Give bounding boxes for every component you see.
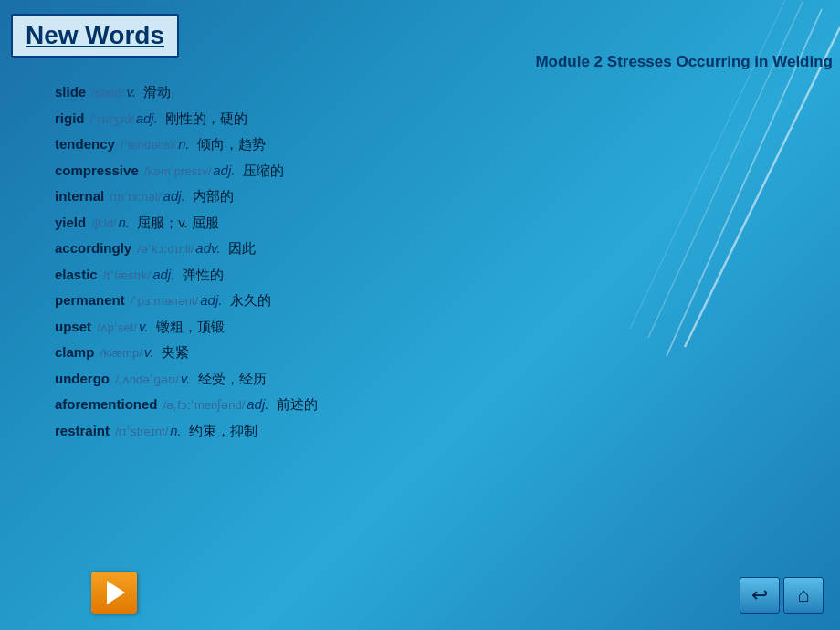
word-phonetic: /ɪnˈtɜːnəl/: [110, 190, 161, 204]
word-entry: rigid /ˈrɪdʒɪd/adj. 刚性的，硬的: [55, 109, 803, 130]
word-entry: permanent /ˈpɜːmənənt/adj. 永久的: [55, 290, 803, 311]
word-entry: restraint /rɪˈstreɪnt/n. 约束，抑制: [55, 421, 803, 442]
word-pos: adj.: [152, 267, 174, 282]
word-phonetic: /jiːld/: [91, 216, 116, 230]
word-entry: slide /slaɪd/v. 滑动: [55, 82, 803, 103]
word-chinese: 屈服；v. 屈服: [137, 215, 219, 230]
word-english: rigid: [55, 110, 85, 126]
word-entry: upset /ʌpˈset/v. 镦粗，顶锻: [55, 317, 803, 338]
word-phonetic: /ʌpˈset/: [97, 320, 137, 334]
word-phonetic: /əˈkɔːdɪŋli/: [137, 242, 194, 256]
word-english: clamp: [55, 344, 94, 360]
word-chinese: 倾向，趋势: [197, 136, 266, 152]
word-phonetic: /kəmˈpresɪv/: [144, 164, 211, 178]
word-english: slide: [55, 84, 86, 100]
word-pos: n.: [118, 215, 130, 230]
word-english: restraint: [55, 423, 110, 438]
word-pos: n.: [170, 423, 182, 438]
word-chinese: 压缩的: [243, 163, 284, 178]
word-pos: v.: [144, 344, 154, 360]
word-chinese: 经受，经历: [198, 371, 267, 386]
word-pos: v.: [181, 371, 191, 386]
word-english: tendency: [55, 136, 115, 152]
word-pos: adj.: [213, 163, 235, 178]
word-english: upset: [55, 319, 91, 334]
word-pos: adv.: [195, 240, 220, 256]
word-chinese: 弹性的: [183, 267, 224, 282]
word-pos: v.: [139, 319, 149, 334]
word-pos: adj.: [200, 292, 222, 308]
word-english: permanent: [55, 292, 125, 308]
word-chinese: 前述的: [277, 396, 318, 412]
word-phonetic: /əˌfɔːˈmenʃənd/: [163, 398, 246, 412]
nav-buttons-right: ↩ ⌂: [740, 577, 824, 614]
new-words-title: New Words: [26, 21, 164, 49]
word-entry: aforementioned /əˌfɔːˈmenʃənd/adj. 前述的: [55, 394, 803, 415]
word-english: internal: [55, 188, 104, 204]
back-button[interactable]: ↩: [740, 577, 780, 614]
play-button-container: [91, 572, 137, 614]
word-entry: undergo /ˌʌndəˈɡəʊ/v. 经受，经历: [55, 369, 803, 390]
word-chinese: 内部的: [193, 188, 234, 204]
word-entry: internal /ɪnˈtɜːnəl/adj. 内部的: [55, 186, 803, 207]
word-list: slide /slaɪd/v. 滑动rigid /ˈrɪdʒɪd/adj. 刚性…: [55, 82, 803, 446]
word-phonetic: /klæmp/: [100, 346, 142, 360]
new-words-box: New Words: [11, 14, 179, 58]
word-chinese: 滑动: [143, 84, 171, 100]
word-chinese: 因此: [228, 240, 256, 256]
word-phonetic: /rɪˈstreɪnt/: [115, 425, 168, 438]
word-english: undergo: [55, 371, 110, 386]
word-entry: clamp /klæmp/v. 夹紧: [55, 342, 803, 363]
word-pos: adj.: [247, 396, 268, 412]
word-phonetic: /ɪˈlæstɪk/: [103, 268, 151, 282]
play-icon: [107, 581, 125, 604]
word-english: compressive: [55, 163, 139, 178]
word-pos: adj.: [136, 110, 158, 126]
word-phonetic: /ˈrɪdʒɪd/: [90, 112, 134, 126]
word-pos: n.: [178, 136, 190, 152]
word-entry: tendency /ˈtendənsi/n. 倾向，趋势: [55, 134, 803, 155]
word-phonetic: /ˌʌndəˈɡəʊ/: [115, 373, 179, 386]
word-english: aforementioned: [55, 396, 158, 412]
back-icon: ↩: [751, 583, 768, 607]
word-chinese: 刚性的，硬的: [165, 110, 247, 126]
module-title: Module 2 Stresses Occurring in Welding: [535, 53, 833, 71]
word-entry: elastic /ɪˈlæstɪk/adj. 弹性的: [55, 265, 803, 286]
word-chinese: 永久的: [230, 292, 271, 308]
word-pos: adj.: [163, 188, 185, 204]
word-chinese: 约束，抑制: [189, 423, 257, 438]
play-button[interactable]: [91, 572, 137, 614]
home-icon: ⌂: [797, 583, 809, 607]
word-chinese: 夹紧: [162, 344, 189, 360]
word-phonetic: /slaɪd/: [91, 86, 124, 100]
word-pos: v.: [126, 84, 136, 100]
word-english: accordingly: [55, 240, 131, 256]
word-phonetic: /ˈpɜːmənənt/: [131, 294, 198, 308]
word-entry: yield /jiːld/n. 屈服；v. 屈服: [55, 213, 803, 234]
word-chinese: 镦粗，顶锻: [156, 319, 225, 334]
word-english: elastic: [55, 267, 98, 282]
word-english: yield: [55, 215, 86, 230]
word-entry: compressive /kəmˈpresɪv/adj. 压缩的: [55, 161, 803, 182]
word-entry: accordingly /əˈkɔːdɪŋli/adv. 因此: [55, 238, 803, 259]
home-button[interactable]: ⌂: [783, 577, 824, 614]
word-phonetic: /ˈtendənsi/: [121, 138, 176, 152]
